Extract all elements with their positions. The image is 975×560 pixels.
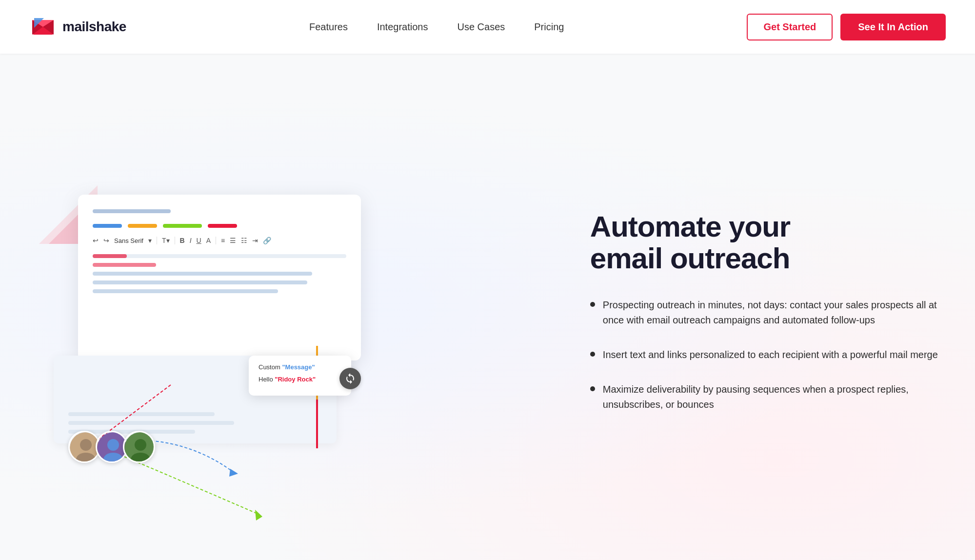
editor-content [93, 254, 346, 293]
svg-marker-11 [255, 510, 262, 520]
nav-integrations[interactable]: Integrations [377, 21, 428, 33]
avatar-3 [123, 431, 155, 463]
editor-toolbar: ↩ ↪ Sans Serif ▾ T▾ B I U A ≡ ☰ ☷ ⇥ � [93, 237, 346, 244]
main-nav: Features Integrations Use Cases Pricing [309, 21, 564, 33]
avatar-row [68, 431, 155, 463]
hero-left: ↩ ↪ Sans Serif ▾ T▾ B I U A ≡ ☰ ☷ ⇥ � [29, 180, 533, 443]
toolbar-separator-2 [175, 237, 175, 244]
bullet-text-1: Prospecting outreach in minutes, not day… [603, 298, 946, 328]
redo-icon[interactable]: ↪ [103, 237, 109, 244]
list-unordered-icon[interactable]: ☷ [241, 237, 247, 244]
svg-point-15 [80, 439, 92, 451]
hero-title-line1: Automate your [590, 210, 790, 243]
toolbar-separator-1 [157, 237, 157, 244]
bullet-dot-3 [590, 386, 595, 391]
nav-pricing[interactable]: Pricing [534, 21, 564, 33]
tab-yellow[interactable] [128, 224, 157, 228]
sync-icon [339, 368, 361, 389]
editor-title-bar [93, 209, 171, 213]
hero-section: ↩ ↪ Sans Serif ▾ T▾ B I U A ≡ ☰ ☷ ⇥ � [0, 54, 975, 560]
editor-mockup: ↩ ↪ Sans Serif ▾ T▾ B I U A ≡ ☰ ☷ ⇥ � [78, 195, 361, 360]
svg-point-18 [107, 439, 119, 451]
logo-text: mailshake [62, 19, 126, 35]
logo-area[interactable]: mailshake [29, 13, 126, 40]
nav-features[interactable]: Features [309, 21, 348, 33]
italic-icon[interactable]: I [190, 237, 192, 244]
nav-buttons: Get Started See It In Action [747, 14, 946, 40]
text-size-icon[interactable]: T▾ [162, 237, 170, 244]
font-name[interactable]: Sans Serif [114, 237, 143, 244]
underline-icon[interactable]: U [197, 237, 201, 244]
bullet-dot-2 [590, 352, 595, 357]
get-started-button[interactable]: Get Started [747, 14, 833, 40]
bold-icon[interactable]: B [180, 237, 185, 244]
panel-custom-label: Custom [259, 363, 282, 371]
header: mailshake Features Integrations Use Case… [0, 0, 975, 54]
align-icon[interactable]: ≡ [221, 237, 225, 244]
hero-title-line2: email outreach [590, 242, 790, 275]
link-icon[interactable]: 🔗 [263, 237, 271, 244]
editor-top-bar [93, 209, 346, 213]
content-line-red [93, 263, 346, 267]
nav-use-cases[interactable]: Use Cases [457, 21, 505, 33]
font-color-icon[interactable]: A [206, 237, 211, 244]
content-line-1 [93, 254, 346, 258]
bullet-item-3: Maximize deliverability by pausing seque… [590, 382, 946, 412]
panel-name-value: "Ridoy Rock" [275, 376, 316, 383]
tab-blue[interactable] [93, 224, 122, 228]
bullet-item-2: Insert text and links personalized to ea… [590, 347, 946, 362]
editor-tabs [93, 224, 346, 228]
toolbar-separator-3 [216, 237, 216, 244]
undo-icon[interactable]: ↩ [93, 237, 99, 244]
content-line-4 [93, 289, 278, 293]
hero-right: Automate your email outreach Prospecting… [561, 211, 946, 413]
logo-icon [29, 13, 57, 40]
tab-red[interactable] [208, 224, 237, 228]
content-line-3 [93, 280, 307, 284]
bullet-list: Prospecting outreach in minutes, not day… [590, 298, 946, 412]
bullet-text-2: Insert text and links personalized to ea… [603, 347, 938, 362]
bullet-item-1: Prospecting outreach in minutes, not day… [590, 298, 946, 328]
content-line-2 [93, 272, 312, 276]
list-ordered-icon[interactable]: ☰ [230, 237, 236, 244]
see-it-in-action-button[interactable]: See It In Action [840, 14, 946, 40]
svg-point-21 [135, 439, 146, 451]
personalization-panel: Custom "Message" Hello "Ridoy Rock" [249, 356, 351, 396]
panel-message-value: "Message" [282, 363, 315, 371]
panel-hello-label: Hello [259, 376, 275, 383]
bullet-text-3: Maximize deliverability by pausing seque… [603, 382, 946, 412]
panel-row-name: Hello "Ridoy Rock" [259, 376, 341, 383]
bullet-dot-1 [590, 302, 595, 307]
hero-title: Automate your email outreach [590, 211, 946, 275]
indent-icon[interactable]: ⇥ [252, 237, 258, 244]
font-chevron-icon[interactable]: ▾ [148, 237, 152, 244]
tab-green[interactable] [163, 224, 202, 228]
text-highlight [93, 254, 127, 258]
panel-row-message: Custom "Message" [259, 363, 341, 371]
svg-marker-10 [229, 469, 238, 477]
